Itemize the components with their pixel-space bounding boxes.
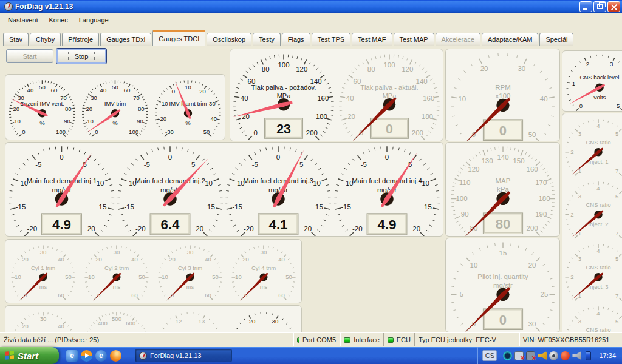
svg-text:20: 20 (480, 65, 488, 72)
svg-text:80: 80 (262, 66, 270, 73)
fordiag-task-button[interactable]: ForDiag v1.21.13 (135, 349, 232, 362)
gauge-main-fuel-demand-inj1: -20-15-10-505101520Main fuel demand inj.… (8, 144, 115, 235)
menu-nastaveni[interactable]: Nastavení (2, 15, 44, 25)
panel-pilot-injection: 051015202530Pilot inj. quantitymg/str0 (445, 238, 560, 332)
svg-text:kPa: kPa (497, 186, 509, 193)
tab-gauges-tdci[interactable]: Gauges TDCI (152, 30, 205, 46)
program-icon[interactable] (503, 351, 512, 360)
svg-text:30: 30 (261, 249, 267, 255)
svg-text:180: 180 (422, 113, 433, 120)
panel-cns-back-level: 012345CNS back.levelVolts (562, 50, 622, 112)
svg-text:-10: -10 (160, 100, 168, 107)
svg-text:110: 110 (459, 179, 470, 186)
svg-text:180: 180 (538, 195, 550, 202)
svg-text:50: 50 (203, 129, 210, 135)
start-menu-button[interactable]: Start (0, 347, 59, 364)
svg-text:100: 100 (56, 129, 66, 135)
svg-text:150: 150 (513, 157, 524, 164)
svg-text:0: 0 (172, 88, 175, 95)
svg-text:Main fuel demand inj.3: Main fuel demand inj.3 (243, 177, 313, 184)
tab-gauges-tdxl[interactable]: Gauges TDxl (100, 33, 151, 46)
quick-launch-bar: e e (66, 350, 121, 362)
tab-flags[interactable]: Flags (282, 33, 310, 46)
cd-player-icon[interactable] (549, 351, 558, 360)
svg-text:15: 15 (315, 203, 323, 211)
tab-test-map[interactable]: Test MAP (394, 33, 434, 46)
svg-text:120: 120 (468, 166, 479, 173)
gauge-cns-ratio-inject3: 1234567CNS ratioInject. 3 (562, 240, 622, 302)
svg-text:10: 10 (313, 180, 321, 187)
svg-text:15: 15 (99, 203, 107, 211)
close-button[interactable] (607, 1, 620, 12)
svg-text:10: 10 (15, 274, 21, 280)
svg-text:CNS back.level: CNS back.level (580, 74, 620, 81)
svg-text:-20: -20 (352, 225, 363, 232)
svg-text:%: % (39, 120, 45, 126)
network-offline-icon[interactable] (514, 351, 524, 360)
status-ecu: ECU (384, 333, 415, 346)
svg-text:25: 25 (541, 291, 549, 298)
menu-konec[interactable]: Konec (44, 15, 73, 25)
svg-text:20: 20 (347, 113, 355, 120)
tab-adaptace-kam[interactable]: Adaptace/KAM (482, 33, 538, 46)
svg-text:-5: -5 (360, 161, 366, 168)
battery-icon[interactable] (586, 351, 591, 360)
svg-text:CNS ratio: CNS ratio (586, 326, 610, 332)
gauge-cns-ratio-inject4: 1234567CNS ratio (562, 302, 622, 332)
internet-explorer-icon[interactable]: e (95, 350, 107, 362)
svg-text:0: 0 (499, 312, 507, 328)
svg-text:0: 0 (499, 123, 507, 138)
panel-bottom-gauges-clipped: 0102030405060 10020030040050060070080090… (5, 305, 302, 332)
svg-text:4.1: 4.1 (269, 217, 288, 232)
menu-language[interactable]: Language (73, 15, 114, 25)
svg-text:160: 160 (526, 166, 538, 173)
svg-text:-20: -20 (158, 115, 166, 122)
antivirus-icon[interactable] (561, 351, 570, 360)
svg-text:4: 4 (596, 248, 600, 254)
tab-osciloskop[interactable]: Osciloskop (207, 33, 251, 46)
launch-app-icon[interactable]: e (66, 350, 78, 362)
svg-text:50: 50 (285, 274, 292, 280)
svg-text:20: 20 (86, 106, 93, 112)
restore-button[interactable] (593, 1, 606, 12)
language-indicator[interactable]: CS (482, 350, 497, 361)
volume-icon[interactable] (538, 351, 547, 360)
minimize-button[interactable] (579, 1, 592, 12)
taskbar: Start e e ForDiag v1.21.13 CS 17:34 (0, 347, 622, 364)
svg-text:Pilot inj. quantity: Pilot inj. quantity (477, 273, 528, 280)
svg-text:%: % (185, 120, 191, 126)
svg-text:23: 23 (276, 122, 291, 136)
status-interface: Interface (340, 333, 384, 346)
gauge-bottom-3: 101112131415 (154, 307, 227, 332)
svg-text:3: 3 (610, 61, 613, 67)
connection-error-icon[interactable] (526, 351, 535, 360)
svg-text:80: 80 (138, 106, 145, 112)
svg-text:100: 100 (456, 195, 467, 202)
tab-test-maf[interactable]: Test MAF (352, 33, 392, 46)
svg-text:4.9: 4.9 (52, 217, 71, 232)
svg-text:ms: ms (39, 283, 47, 290)
svg-text:2: 2 (586, 61, 589, 67)
svg-text:50: 50 (528, 131, 536, 138)
tab-special[interactable]: Speciál (539, 33, 573, 46)
svg-text:%: % (112, 120, 118, 126)
svg-text:10: 10 (97, 180, 104, 187)
gauge-cns-ratio-inject2: 1234567CNS ratioInject. 2 (562, 177, 622, 240)
stop-button[interactable]: Stop (56, 48, 107, 64)
gauge-main-fuel-demand-inj3: -20-15-10-505101520Main fuel demand inj.… (225, 144, 332, 235)
firefox-icon[interactable] (110, 350, 121, 362)
sound-device-icon[interactable] (572, 351, 581, 360)
tab-stav[interactable]: Stav (3, 33, 29, 46)
svg-text:30: 30 (272, 318, 279, 325)
svg-text:40: 40 (278, 256, 285, 263)
tab-pristroje[interactable]: Přístroje (62, 33, 99, 46)
svg-text:20: 20 (528, 261, 536, 269)
svg-text:60: 60 (58, 292, 64, 298)
tab-test-tps[interactable]: Test TPS (312, 33, 350, 46)
svg-text:40: 40 (58, 323, 64, 329)
svg-text:60: 60 (131, 292, 138, 298)
media-player-icon[interactable] (81, 350, 92, 362)
tab-chyby[interactable]: Chyby (30, 33, 61, 46)
svg-text:120: 120 (402, 66, 413, 73)
tab-testy[interactable]: Testy (253, 33, 281, 46)
